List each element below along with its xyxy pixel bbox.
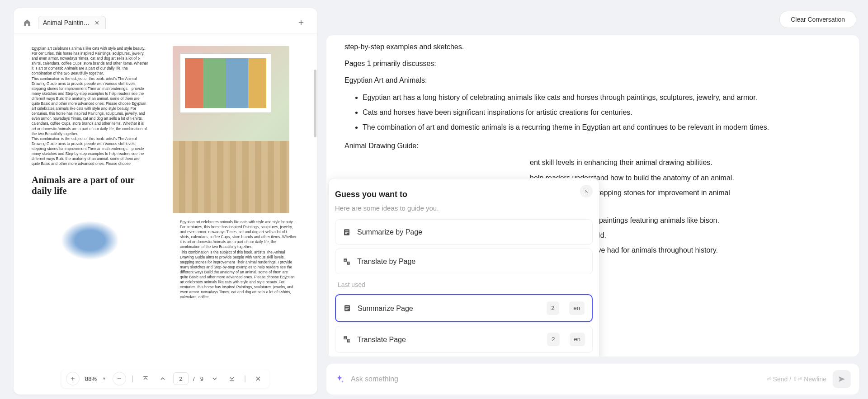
chat-header: Clear Conversation [326,8,859,35]
suggestion-summarize-by-page[interactable]: Summarize by Page [335,219,593,245]
suggestion-label: Translate Page [357,333,406,346]
svg-text:A: A [344,337,346,339]
svg-rect-3 [345,233,347,234]
home-icon [23,19,31,27]
send-icon [838,375,846,383]
tab-title: Animal Paintin… [43,19,90,26]
zoom-out-button[interactable] [113,372,126,385]
sparkle-icon [335,374,344,384]
hint-sep: / [789,376,791,383]
tab-close-button[interactable]: ✕ [94,19,101,26]
svg-rect-7 [345,307,349,308]
document-icon [343,304,351,312]
plus-icon [70,376,76,382]
viewer-toolbar: 88% ▼ | / 9 | [61,369,269,388]
prev-page-button[interactable] [156,372,170,385]
shift-enter-key-icon: ⇧⏎ [793,376,802,382]
popover-section-label: Last used [338,280,593,291]
page-separator: / [192,376,196,382]
next-page-button[interactable] [208,372,222,385]
badge-lang: en [569,301,585,315]
chevron-up-icon [159,375,166,382]
chevron-down-bar-icon [228,375,236,382]
popover-subtitle: Here are some ideas to guide you. [335,202,593,214]
svg-rect-1 [345,230,349,231]
scrollbar[interactable] [314,70,316,137]
chat-bullet: The combination of art and domestic anim… [363,121,841,133]
doc-paragraph: This combination is the subject of this … [180,250,297,300]
popover-close-button[interactable] [580,185,593,197]
chat-input[interactable] [351,375,760,383]
chat-bullet: Egyptian art has a long history of celeb… [363,91,841,103]
chat-text: step-by-step examples and sketches. [344,41,841,53]
doc-paragraph: Egyptian art celebrates animals like cat… [32,46,148,76]
clear-conversation-button[interactable]: Clear Conversation [779,11,856,28]
svg-rect-2 [345,232,349,233]
document-tab[interactable]: Animal Paintin… ✕ [38,16,106,29]
home-button[interactable] [19,14,35,31]
chat-input-bar: ⏎ Send / ⇧⏎ Newline [326,364,859,394]
doc-paragraph: This combination is the subject of this … [32,76,148,136]
suggestion-label: Translate by Page [357,255,415,268]
popover-title: Guess you want to [335,188,593,202]
close-toolbar-button[interactable] [251,372,265,385]
page-total: 9 [199,376,204,382]
doc-paragraph: Egyptian art celebrates animals like cat… [180,220,297,250]
badge-lang: en [570,333,585,346]
input-hint: ⏎ Send / ⇧⏎ Newline [767,376,826,383]
badge-page: 2 [547,333,559,346]
suggestions-popover: Guess you want to Here are some ideas to… [328,178,599,357]
suggestion-label: Summarize by Page [357,226,422,238]
svg-text:文: 文 [348,262,350,264]
suggestion-translate-by-page[interactable]: A文 Translate by Page [335,249,593,274]
enter-key-icon: ⏎ [767,376,771,382]
document-image-butterfly [32,201,148,272]
svg-text:A: A [344,258,346,261]
doc-paragraph: This combination is the subject of this … [32,136,148,167]
close-icon [255,375,262,382]
translate-icon: A文 [343,335,351,343]
doc-heading: Animals are a part of our daily life [32,174,148,196]
chat-bullet-list: Egyptian art has a long history of celeb… [363,91,841,134]
close-icon [584,188,589,194]
chat-messages: step-by-step examples and sketches. Page… [326,35,859,357]
chevron-up-bar-icon [142,375,149,382]
badge-page: 2 [547,301,559,315]
svg-text:文: 文 [348,340,350,343]
chat-bullet: ent skill levels in enhancing their anim… [530,156,841,169]
minus-icon [116,376,123,382]
chat-text: Pages 1 primarily discusses: [344,57,841,70]
zoom-dropdown[interactable]: ▼ [102,376,106,381]
translate-icon: A文 [343,258,351,266]
add-tab-button[interactable]: ＋ [294,15,308,30]
document-image-paints [173,46,289,213]
hint-send: Send [773,376,788,383]
chevron-down-icon [211,375,218,382]
document-icon [343,228,351,236]
send-button[interactable] [833,370,851,388]
last-page-button[interactable] [225,372,239,385]
svg-rect-9 [345,310,348,310]
suggestion-translate-page[interactable]: A文 Translate Page 2 en [335,326,593,353]
first-page-button[interactable] [139,372,152,385]
separator: | [242,375,248,383]
chat-text: Animal Drawing Guide: [344,140,841,152]
svg-rect-8 [345,308,349,309]
document-viewer[interactable]: Egyptian art celebrates animals like cat… [14,33,317,394]
suggestion-label: Summarize Page [358,302,413,315]
tab-bar: Animal Paintin… ✕ ＋ [14,8,317,33]
suggestion-summarize-page[interactable]: Summarize Page 2 en [335,294,593,322]
chat-panel: Clear Conversation step-by-step examples… [322,0,868,399]
separator: | [130,375,135,383]
hint-newline: Newline [804,376,826,383]
chat-bullet: Cats and horses have been significant in… [363,106,841,118]
zoom-value: 88% [83,376,99,382]
document-panel: Animal Paintin… ✕ ＋ Egyptian art celebra… [14,8,317,394]
page-number-input[interactable] [173,372,189,385]
chat-text: Egyptian Art and Animals: [344,74,841,86]
zoom-in-button[interactable] [66,372,80,385]
